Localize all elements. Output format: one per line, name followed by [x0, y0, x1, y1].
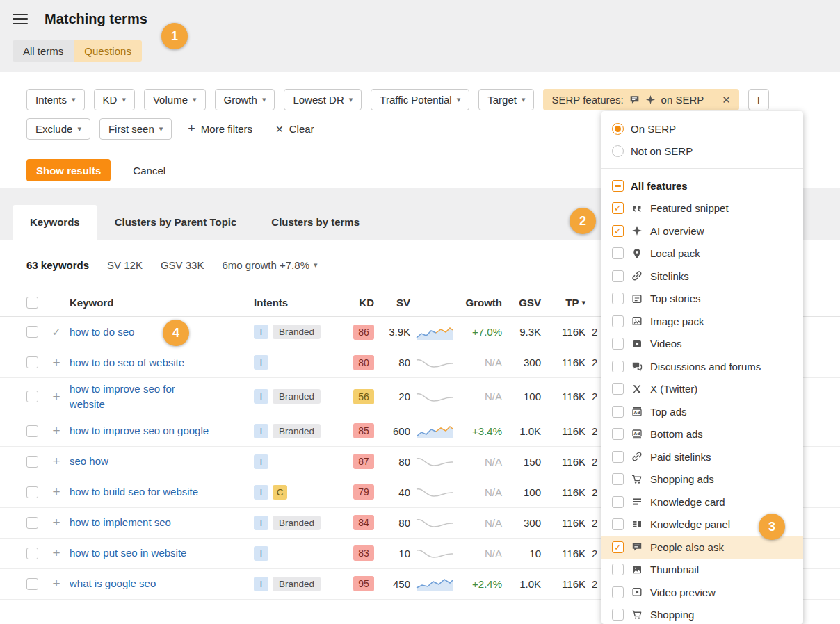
row-checkbox[interactable] [26, 517, 38, 529]
filter-button-target[interactable]: Target▾ [478, 89, 534, 110]
serp-radio-on-serp[interactable]: On SERP [601, 117, 803, 140]
keyword-link[interactable]: seo how [70, 455, 108, 467]
keyword-link[interactable]: how to put seo in website [70, 547, 186, 559]
add-keyword-icon[interactable]: + [52, 545, 60, 561]
row-checkbox[interactable] [26, 548, 38, 559]
filter-button-first-seen[interactable]: First seen▾ [99, 118, 172, 140]
serp-feature-featured-snippet[interactable]: ✓Featured snippet [601, 197, 803, 220]
add-keyword-icon[interactable]: + [52, 389, 60, 404]
unchecked-checkbox-icon[interactable] [612, 609, 624, 621]
add-keyword-icon[interactable]: + [52, 576, 60, 591]
column-header-kd[interactable]: KD [350, 297, 374, 309]
serp-feature-shopping[interactable]: Shopping [601, 604, 803, 624]
column-header-gsv[interactable]: GSV [502, 297, 541, 309]
unchecked-checkbox-icon[interactable] [612, 428, 624, 440]
indeterminate-checkbox-icon[interactable] [612, 180, 624, 192]
select-all-checkbox[interactable] [26, 297, 38, 309]
serp-feature-local-pack[interactable]: Local pack [601, 243, 803, 265]
menu-icon[interactable] [13, 14, 28, 25]
serp-feature-knowledge-card[interactable]: Knowledge card [601, 491, 803, 514]
clear-filters-button[interactable]: ✕Clear [275, 123, 314, 135]
add-keyword-icon[interactable]: + [52, 423, 60, 438]
keyword-link[interactable]: how to do seo of website [70, 356, 184, 368]
close-icon[interactable]: ✕ [718, 92, 735, 108]
unchecked-checkbox-icon[interactable] [612, 293, 624, 304]
serp-feature-ai-overview[interactable]: ✓AI overview [601, 220, 803, 243]
chevron-down-icon: ▾ [314, 261, 318, 270]
unchecked-checkbox-icon[interactable] [612, 361, 624, 372]
add-keyword-icon[interactable]: + [52, 355, 60, 370]
unchecked-checkbox-icon[interactable] [612, 247, 624, 259]
serp-feature-top-ads[interactable]: AdTop ads [601, 400, 803, 423]
serp-feature-thumbnail[interactable]: Thumbnail [601, 559, 803, 582]
unchecked-checkbox-icon[interactable] [612, 270, 624, 282]
serp-feature-top-stories[interactable]: Top stories [601, 288, 803, 311]
feature-label: AI overview [650, 225, 704, 237]
serp-feature-x-twitter[interactable]: X (Twitter) [601, 378, 803, 401]
tab-clusters-by-terms[interactable]: Clusters by terms [254, 205, 377, 240]
unchecked-checkbox-icon[interactable] [612, 518, 624, 530]
serp-feature-image-pack[interactable]: Image pack [601, 310, 803, 333]
serp-feature-videos[interactable]: Videos [601, 333, 803, 356]
serp-feature-video-preview[interactable]: Video preview [601, 581, 803, 604]
show-results-button[interactable]: Show results [26, 159, 111, 181]
row-checkbox[interactable] [26, 425, 38, 437]
row-checkbox[interactable] [26, 486, 38, 498]
filter-button-kd[interactable]: KD▾ [94, 89, 135, 110]
keyword-link[interactable]: how to build seo for website [70, 486, 198, 498]
view-tab-questions[interactable]: Questions [74, 40, 142, 62]
unchecked-checkbox-icon[interactable] [612, 338, 624, 350]
unchecked-checkbox-icon[interactable] [612, 564, 624, 575]
row-checkbox[interactable] [26, 326, 38, 338]
intents-cell: I [249, 546, 350, 561]
checked-checkbox-icon[interactable]: ✓ [612, 541, 624, 553]
keyword-link[interactable]: how to improve seo for website [70, 381, 209, 412]
filter-button-intents[interactable]: Intents▾ [26, 89, 85, 110]
filter-button-exclude[interactable]: Exclude▾ [26, 118, 90, 140]
filter-button-partial[interactable]: I [748, 89, 769, 110]
checked-checkbox-icon[interactable]: ✓ [612, 225, 624, 237]
cancel-button[interactable]: Cancel [133, 165, 165, 176]
filter-button-traffic-potential[interactable]: Traffic Potential▾ [371, 89, 469, 110]
serp-feature-bottom-ads[interactable]: AdBottom ads [601, 423, 803, 446]
growth-stat[interactable]: 6mo growth +7.8% ▾ [222, 259, 317, 271]
column-header-keyword[interactable]: Keyword [67, 297, 249, 309]
add-keyword-icon[interactable]: + [52, 484, 60, 500]
view-tab-all-terms[interactable]: All terms [13, 40, 74, 62]
keyword-link[interactable]: how to implement seo [70, 516, 171, 528]
add-keyword-icon[interactable]: + [52, 515, 60, 530]
unchecked-checkbox-icon[interactable] [612, 496, 624, 508]
unchecked-checkbox-icon[interactable] [612, 473, 624, 485]
serp-feature-sitelinks[interactable]: Sitelinks [601, 265, 803, 288]
unchecked-checkbox-icon[interactable] [612, 315, 624, 327]
column-header-sv[interactable]: SV [374, 297, 410, 309]
serp-feature-paid-sitelinks[interactable]: Paid sitelinks [601, 445, 803, 468]
more-filters-button[interactable]: +More filters [188, 122, 252, 136]
tab-keywords[interactable]: Keywords [13, 205, 97, 240]
column-header-tp[interactable]: TP ▾ [541, 297, 585, 309]
row-checkbox[interactable] [26, 391, 38, 402]
column-header-growth[interactable]: Growth [459, 297, 502, 309]
unchecked-checkbox-icon[interactable] [612, 586, 624, 598]
column-header-intents[interactable]: Intents [249, 297, 350, 309]
filter-button-growth[interactable]: Growth▾ [215, 89, 275, 110]
keyword-link[interactable]: what is google seo [70, 577, 156, 589]
tab-clusters-by-parent-topic[interactable]: Clusters by Parent Topic [97, 205, 255, 240]
serp-radio-not-on-serp[interactable]: Not on SERP [601, 140, 803, 163]
keyword-link[interactable]: how to improve seo on google [70, 425, 209, 436]
row-checkbox[interactable] [26, 456, 38, 468]
unchecked-checkbox-icon[interactable] [612, 451, 624, 463]
unchecked-checkbox-icon[interactable] [612, 406, 624, 418]
filter-button-lowest-dr[interactable]: Lowest DR▾ [284, 89, 362, 110]
serp-features-filter-chip[interactable]: SERP features:on SERP✕ [543, 89, 738, 110]
all-features-item[interactable]: All features [601, 174, 803, 197]
keyword-link[interactable]: how to do seo [70, 326, 134, 338]
row-checkbox[interactable] [26, 578, 38, 590]
checked-checkbox-icon[interactable]: ✓ [612, 202, 624, 214]
unchecked-checkbox-icon[interactable] [612, 383, 624, 395]
serp-feature-discussions-and-forums[interactable]: Discussions and forums [601, 355, 803, 378]
add-keyword-icon[interactable]: + [52, 454, 60, 469]
serp-feature-shopping-ads[interactable]: Shopping ads [601, 468, 803, 491]
row-checkbox[interactable] [26, 356, 38, 368]
filter-button-volume[interactable]: Volume▾ [144, 89, 206, 110]
